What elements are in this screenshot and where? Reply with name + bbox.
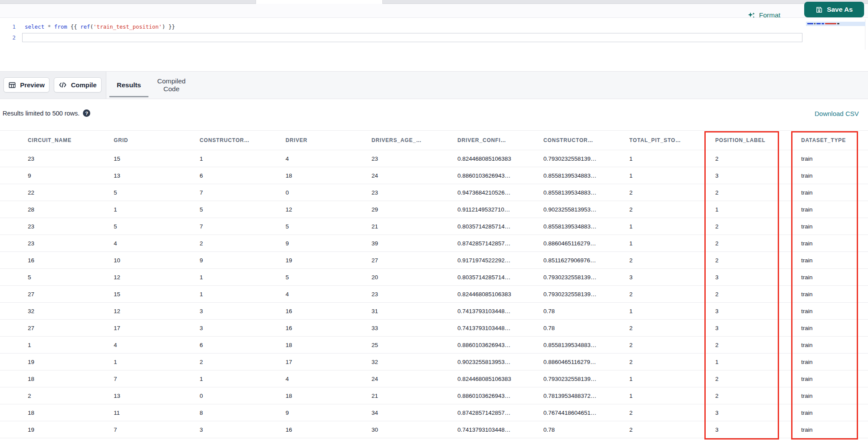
table-cell: 0.7930232558139… [537, 274, 623, 281]
table-cell: 0 [279, 189, 365, 196]
table-cell: 1 [623, 172, 709, 179]
table-cell: 1 [623, 155, 709, 162]
table-cell: 5 [108, 189, 194, 196]
table-cell: 1 [623, 240, 709, 247]
table-row: 281512290.9112149532710…0.9023255813953…… [0, 201, 868, 218]
tab-results[interactable]: Results [109, 72, 148, 99]
table-cell: 0.8860103626943… [451, 342, 537, 348]
table-row: 913618240.8860103626943…0.8558139534883…… [0, 167, 868, 184]
table-cell: 23 [365, 189, 451, 196]
table-row: 23575210.8035714285714…0.8558139534883…1… [0, 218, 868, 235]
download-csv-link[interactable]: Download CSV [815, 110, 859, 117]
table-cell: 0.9473684210526… [451, 189, 537, 196]
table-cell: 2 [709, 393, 795, 399]
table-cell: 2 [623, 325, 709, 331]
preview-label: Preview [20, 81, 45, 89]
table-cell: 1 [194, 274, 279, 281]
table-cell: 6 [194, 172, 279, 179]
table-row: 271514230.8244680851063830.7930232558139… [0, 286, 868, 303]
table-cell: 0.7930232558139… [537, 155, 623, 162]
table-cell: 7 [108, 426, 194, 433]
table-cell: 16 [279, 426, 365, 433]
table-row: 2717316330.7413793103448…0.7823train [0, 320, 868, 337]
table-cell: train [795, 291, 868, 298]
table-cell: 12 [279, 206, 365, 213]
table-cell: train [795, 189, 868, 196]
table-cell: 0.8742857142857… [451, 410, 537, 416]
table-cell: 2 [194, 359, 279, 365]
table-cell: 28 [22, 206, 108, 213]
help-icon[interactable]: ? [83, 109, 90, 117]
table-cell: 2 [22, 393, 108, 399]
code-line-1[interactable]: select * from {{ ref('train_test_positio… [25, 23, 175, 31]
results-table: CIRCUIT_NAMEGRIDCONSTRUCTOR…DRIVERDRIVER… [0, 130, 868, 438]
table-cell: train [795, 172, 868, 179]
column-header: DRIVERS_AGE_… [365, 137, 451, 143]
table-cell: 0.9171974522292… [451, 257, 537, 264]
table-cell: 23 [365, 155, 451, 162]
table-cell: 30 [365, 426, 451, 433]
file-tab-strip[interactable] [0, 0, 868, 4]
compile-button[interactable]: Compile [54, 77, 102, 93]
table-cell: 1 [623, 223, 709, 230]
active-file-tab[interactable] [256, 0, 383, 4]
table-cell: 1 [194, 155, 279, 162]
table-cell: 23 [22, 155, 108, 162]
table-cell: 0.8860103626943… [451, 393, 537, 399]
table-cell: 0.7674418604651… [537, 410, 623, 416]
table-cell: 2 [709, 257, 795, 264]
table-cell: 2 [623, 206, 709, 213]
table-cell: train [795, 257, 868, 264]
table-cell: 1 [623, 308, 709, 314]
table-cell: 9 [22, 172, 108, 179]
code-token: {{ [67, 23, 80, 30]
preview-button[interactable]: Preview [3, 77, 49, 93]
code-token: from [54, 23, 67, 30]
table-cell: 17 [108, 325, 194, 331]
editor-toolbar: Format [0, 4, 868, 18]
table-cell: 10 [108, 257, 194, 264]
table-cell: 0.8558139534883… [537, 223, 623, 230]
column-header: TOTAL_PIT_STO… [623, 137, 709, 143]
code-token: ) [162, 23, 165, 30]
table-cell: 31 [365, 308, 451, 314]
table-cell: 0.7930232558139… [537, 291, 623, 298]
table-cell: 2 [623, 257, 709, 264]
table-cell: 0.7413793103448… [451, 325, 537, 331]
table-cell: 3 [623, 274, 709, 281]
table-cell: 2 [623, 359, 709, 365]
minimap[interactable] [806, 19, 865, 50]
code-token: ( [90, 23, 94, 30]
table-cell: 7 [194, 223, 279, 230]
table-cell: 21 [365, 393, 451, 399]
table-cell: 3 [709, 274, 795, 281]
code-editor[interactable]: 1 2 select * from {{ ref('train_test_pos… [0, 18, 868, 71]
table-cell: 3 [709, 308, 795, 314]
current-line-box[interactable] [22, 33, 802, 42]
line-number: 1 [8, 23, 16, 31]
table-cell: 0.824468085106383 [451, 376, 537, 382]
table-cell: 9 [194, 257, 279, 264]
table-cell: 34 [365, 410, 451, 416]
tab-compiled-code[interactable]: Compiled Code [148, 72, 195, 99]
table-cell: 29 [365, 206, 451, 213]
table-cell: train [795, 393, 868, 399]
table-row: 18714240.8244680851063830.7930232558139…… [0, 370, 868, 387]
column-header: DRIVER_CONFI… [451, 137, 537, 143]
table-cell: 0 [194, 393, 279, 399]
save-as-button[interactable]: Save As [804, 2, 864, 17]
save-as-label: Save As [827, 6, 853, 13]
table-cell: 24 [365, 172, 451, 179]
table-cell: 15 [108, 155, 194, 162]
table-cell: 15 [108, 291, 194, 298]
table-cell: 2 [709, 342, 795, 348]
code-token: 'train_test_position' [93, 23, 162, 30]
column-header: CONSTRUCTOR… [194, 137, 279, 143]
table-cell: 1 [194, 376, 279, 382]
table-cell: 1 [194, 291, 279, 298]
table-cell: 3 [709, 410, 795, 416]
table-cell: 2 [623, 426, 709, 433]
table-cell: 3 [709, 426, 795, 433]
save-icon [815, 6, 823, 13]
table-cell: 1 [709, 206, 795, 213]
